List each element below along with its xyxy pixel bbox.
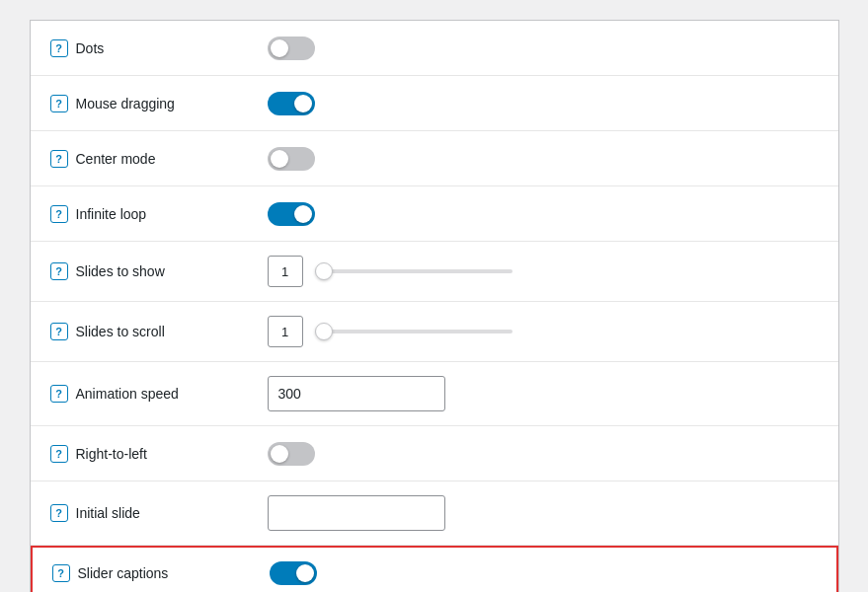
toggle-thumb-dots	[271, 39, 288, 57]
label-text-center-mode: Center mode	[76, 151, 156, 167]
toggle-track-dots	[268, 37, 315, 60]
setting-control-right-to-left	[268, 442, 819, 466]
setting-label-center-mode: ?Center mode	[50, 150, 268, 168]
help-icon-dots[interactable]: ?	[50, 39, 68, 57]
toggle-thumb-slider-captions	[296, 564, 314, 582]
setting-row-slider-captions: ?Slider captions	[31, 546, 838, 592]
label-text-slider-captions: Slider captions	[78, 565, 169, 581]
setting-label-dots: ?Dots	[50, 39, 268, 57]
setting-row-animation-speed: ?Animation speed	[31, 362, 838, 426]
toggle-slider-captions[interactable]	[270, 561, 317, 585]
setting-label-animation-speed: ?Animation speed	[50, 385, 268, 403]
settings-panel: ?Dots?Mouse dragging?Center mode?Infinit…	[30, 20, 839, 592]
toggle-thumb-mouse-dragging	[294, 95, 312, 112]
label-text-dots: Dots	[76, 40, 105, 56]
toggle-center-mode[interactable]	[268, 147, 315, 171]
setting-row-mouse-dragging: ?Mouse dragging	[31, 76, 838, 131]
setting-control-slides-to-show: 1	[268, 256, 819, 287]
setting-label-slides-to-scroll: ?Slides to scroll	[50, 323, 268, 340]
help-icon-animation-speed[interactable]: ?	[50, 385, 68, 403]
toggle-track-slider-captions	[270, 561, 317, 585]
toggle-track-infinite-loop	[268, 202, 315, 226]
setting-control-infinite-loop	[268, 202, 819, 226]
setting-row-right-to-left: ?Right-to-left	[31, 426, 838, 481]
setting-control-animation-speed	[268, 376, 819, 411]
setting-label-initial-slide: ?Initial slide	[50, 504, 268, 522]
toggle-thumb-infinite-loop	[294, 205, 312, 223]
setting-row-initial-slide: ?Initial slide	[31, 481, 838, 546]
setting-row-center-mode: ?Center mode	[31, 131, 838, 186]
label-text-right-to-left: Right-to-left	[76, 446, 147, 462]
help-icon-right-to-left[interactable]: ?	[50, 445, 68, 463]
label-text-slides-to-show: Slides to show	[76, 263, 165, 279]
toggle-infinite-loop[interactable]	[268, 202, 315, 226]
label-text-mouse-dragging: Mouse dragging	[76, 96, 175, 111]
setting-row-slides-to-scroll: ?Slides to scroll1	[31, 302, 838, 362]
slider-value-slides-to-scroll: 1	[268, 316, 303, 347]
setting-control-mouse-dragging	[268, 92, 819, 115]
setting-row-infinite-loop: ?Infinite loop	[31, 186, 838, 242]
toggle-mouse-dragging[interactable]	[268, 92, 315, 115]
toggle-track-mouse-dragging	[268, 92, 315, 115]
toggle-track-center-mode	[268, 147, 315, 171]
slider-value-slides-to-show: 1	[268, 256, 303, 287]
setting-row-dots: ?Dots	[31, 21, 838, 76]
help-icon-initial-slide[interactable]: ?	[50, 504, 68, 522]
text-input-animation-speed[interactable]	[268, 376, 445, 411]
text-input-initial-slide[interactable]	[268, 495, 445, 531]
toggle-dots[interactable]	[268, 37, 315, 60]
setting-label-right-to-left: ?Right-to-left	[50, 445, 268, 463]
setting-control-dots	[268, 37, 819, 60]
toggle-track-right-to-left	[268, 442, 315, 466]
setting-label-slider-captions: ?Slider captions	[52, 564, 270, 582]
setting-label-mouse-dragging: ?Mouse dragging	[50, 95, 268, 112]
setting-row-slides-to-show: ?Slides to show1	[31, 242, 838, 302]
setting-control-slides-to-scroll: 1	[268, 316, 819, 347]
help-icon-slides-to-show[interactable]: ?	[50, 262, 68, 280]
help-icon-mouse-dragging[interactable]: ?	[50, 95, 68, 112]
range-input-slides-to-scroll[interactable]	[315, 330, 513, 333]
setting-label-slides-to-show: ?Slides to show	[50, 262, 268, 280]
toggle-thumb-right-to-left	[271, 445, 288, 463]
label-text-initial-slide: Initial slide	[76, 505, 140, 521]
help-icon-center-mode[interactable]: ?	[50, 150, 68, 168]
slider-container-slides-to-show: 1	[268, 256, 513, 287]
label-text-animation-speed: Animation speed	[76, 386, 179, 402]
setting-control-center-mode	[268, 147, 819, 171]
help-icon-slides-to-scroll[interactable]: ?	[50, 323, 68, 340]
label-text-slides-to-scroll: Slides to scroll	[76, 324, 165, 339]
help-icon-slider-captions[interactable]: ?	[52, 564, 70, 582]
setting-control-initial-slide	[268, 495, 819, 531]
setting-label-infinite-loop: ?Infinite loop	[50, 205, 268, 223]
slider-container-slides-to-scroll: 1	[268, 316, 513, 347]
toggle-right-to-left[interactable]	[268, 442, 315, 466]
setting-control-slider-captions	[270, 561, 817, 585]
help-icon-infinite-loop[interactable]: ?	[50, 205, 68, 223]
range-input-slides-to-show[interactable]	[315, 269, 513, 273]
toggle-thumb-center-mode	[271, 150, 288, 168]
label-text-infinite-loop: Infinite loop	[76, 206, 147, 222]
